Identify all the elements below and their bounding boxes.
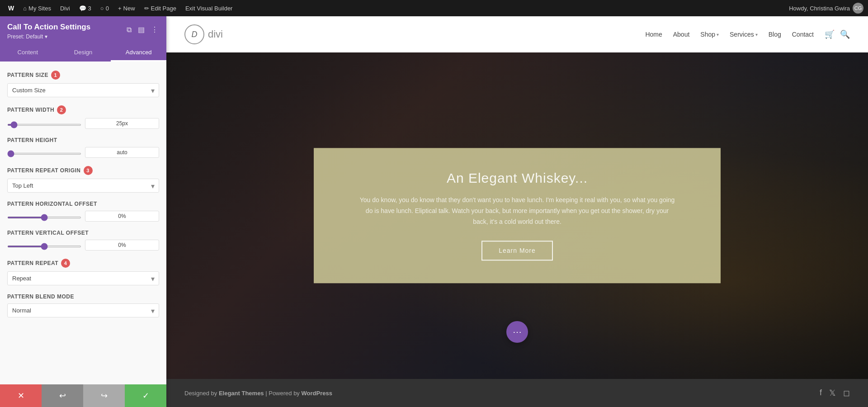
twitter-icon[interactable]: 𝕏 bbox=[829, 388, 836, 398]
instagram-icon[interactable]: ◻ bbox=[843, 388, 850, 398]
pattern-horizontal-offset-value[interactable] bbox=[85, 211, 159, 222]
nav-blog[interactable]: Blog bbox=[769, 31, 781, 38]
new-label: New bbox=[123, 5, 135, 12]
wp-admin-bar: W ⌂ My Sites Divi 💬 3 ○ 0 + New ✏ Edit P… bbox=[0, 0, 868, 16]
pattern-horizontal-offset-group: Pattern Horizontal Offset bbox=[7, 201, 159, 222]
cancel-button[interactable]: ✕ bbox=[0, 384, 42, 407]
pattern-height-group: Pattern Height bbox=[7, 137, 159, 158]
pattern-height-slider[interactable] bbox=[7, 153, 81, 155]
pattern-repeat-group: Pattern Repeat 4 Repeat No Repeat Repeat… bbox=[7, 259, 159, 285]
pattern-vertical-offset-group: Pattern Vertical Offset bbox=[7, 230, 159, 251]
new-item[interactable]: + New bbox=[114, 0, 139, 16]
edit-page-item[interactable]: ✏ Edit Page bbox=[141, 0, 180, 16]
elegant-themes-link[interactable]: Elegant Themes bbox=[219, 390, 264, 397]
pattern-repeat-origin-group: Pattern Repeat Origin 3 Top Left Top Cen… bbox=[7, 166, 159, 193]
badge-3: 3 bbox=[84, 166, 93, 175]
panel-title: Call To Action Settings bbox=[7, 23, 90, 32]
my-sites-label: My Sites bbox=[28, 5, 51, 12]
panel-preset: Preset: Default ▾ bbox=[7, 33, 90, 40]
pattern-width-slider-row bbox=[7, 118, 159, 129]
nav-about[interactable]: About bbox=[673, 31, 690, 38]
divi-item[interactable]: Divi bbox=[57, 0, 74, 16]
confirm-button[interactable]: ✓ bbox=[125, 384, 166, 407]
logo-text: divi bbox=[208, 28, 223, 40]
pattern-blend-mode-select-wrap: Normal Multiply Screen Overlay Darken Li… bbox=[7, 303, 159, 317]
pattern-repeat-origin-select-wrap: Top Left Top Center Top Right Center Lef… bbox=[7, 179, 159, 193]
tab-content[interactable]: Content bbox=[0, 44, 56, 62]
pencil-icon: ✏ bbox=[144, 5, 149, 12]
shop-chevron-icon: ▾ bbox=[717, 32, 719, 37]
pattern-horizontal-offset-label: Pattern Horizontal Offset bbox=[7, 201, 159, 207]
wp-icon: W bbox=[8, 5, 14, 12]
tab-design[interactable]: Design bbox=[56, 44, 111, 62]
site-footer: Designed by Elegant Themes | Powered by … bbox=[166, 379, 868, 407]
pattern-repeat-select[interactable]: Repeat No Repeat Repeat X Repeat Y Space… bbox=[7, 271, 159, 285]
pattern-horizontal-offset-slider-row bbox=[7, 211, 159, 222]
pattern-vertical-offset-value[interactable] bbox=[85, 240, 159, 251]
pattern-height-slider-row bbox=[7, 147, 159, 158]
pattern-repeat-origin-label: Pattern Repeat Origin 3 bbox=[7, 166, 159, 175]
pattern-blend-mode-select[interactable]: Normal Multiply Screen Overlay Darken Li… bbox=[7, 303, 159, 317]
nav-home[interactable]: Home bbox=[645, 31, 662, 38]
panel-actions: ✕ ↩ ↪ ✓ bbox=[0, 384, 166, 407]
search-icon[interactable]: 🔍 bbox=[840, 29, 850, 39]
divi-label: Divi bbox=[60, 5, 70, 12]
comment-icon: 💬 bbox=[79, 5, 86, 12]
howdy-label: Howdy, Christina Gwira bbox=[789, 5, 850, 12]
badge-2: 2 bbox=[57, 105, 66, 114]
pattern-size-select-wrap: Custom Size Small Medium Large bbox=[7, 83, 159, 97]
pattern-width-label: Pattern Width 2 bbox=[7, 105, 159, 114]
wordpress-link[interactable]: WordPress bbox=[301, 390, 332, 397]
site-logo: D divi bbox=[184, 24, 223, 44]
my-sites-item[interactable]: ⌂ My Sites bbox=[19, 0, 55, 16]
exit-builder-label: Exit Visual Builder bbox=[185, 5, 233, 12]
services-chevron-icon: ▾ bbox=[755, 32, 758, 37]
bubble-icon: ○ bbox=[100, 5, 104, 12]
pattern-blend-mode-group: Pattern Blend Mode Normal Multiply Scree… bbox=[7, 293, 159, 317]
panel-header: Call To Action Settings Preset: Default … bbox=[0, 16, 166, 44]
panel-tabs: Content Design Advanced bbox=[0, 44, 166, 62]
pattern-size-group: Pattern Size 1 Custom Size Small Medium … bbox=[7, 71, 159, 97]
pattern-vertical-offset-slider-row bbox=[7, 240, 159, 251]
pattern-repeat-label: Pattern Repeat 4 bbox=[7, 259, 159, 268]
panel-content: Pattern Size 1 Custom Size Small Medium … bbox=[0, 62, 166, 384]
tab-advanced[interactable]: Advanced bbox=[111, 44, 166, 62]
pattern-height-value[interactable] bbox=[85, 147, 159, 158]
cta-title: An Elegant Whiskey... bbox=[341, 170, 693, 186]
howdy-item: Howdy, Christina Gwira CG bbox=[789, 3, 863, 14]
pattern-vertical-offset-slider[interactable] bbox=[7, 246, 81, 247]
settings-panel: Call To Action Settings Preset: Default … bbox=[0, 16, 166, 407]
cart-icon[interactable]: 🛒 bbox=[825, 29, 835, 39]
cta-learn-more-button[interactable]: Learn More bbox=[481, 241, 553, 261]
bubble-item[interactable]: ○ 0 bbox=[97, 0, 113, 16]
panel-clone-button[interactable]: ⧉ bbox=[126, 24, 132, 35]
edit-page-label: Edit Page bbox=[151, 5, 176, 12]
pattern-repeat-origin-select[interactable]: Top Left Top Center Top Right Center Lef… bbox=[7, 179, 159, 193]
badge-1: 1 bbox=[51, 71, 60, 80]
cta-text: You do know, you do know that they don't… bbox=[359, 195, 675, 227]
facebook-icon[interactable]: f bbox=[820, 388, 822, 398]
undo-button[interactable]: ↩ bbox=[42, 384, 83, 407]
exit-builder-item[interactable]: Exit Visual Builder bbox=[182, 0, 236, 16]
cta-box: An Elegant Whiskey... You do know, you d… bbox=[314, 148, 721, 283]
pattern-horizontal-offset-slider[interactable] bbox=[7, 217, 81, 218]
pattern-width-slider[interactable] bbox=[7, 124, 81, 126]
nav-contact[interactable]: Contact bbox=[792, 31, 814, 38]
preview-area: D divi Home About Shop▾ Services▾ Blog C… bbox=[166, 16, 868, 407]
panel-more-button[interactable]: ⋮ bbox=[150, 24, 159, 35]
nav-icons: 🛒 🔍 bbox=[825, 29, 850, 39]
comments-item[interactable]: 💬 3 bbox=[75, 0, 95, 16]
redo-button[interactable]: ↪ bbox=[83, 384, 125, 407]
nav-shop[interactable]: Shop▾ bbox=[700, 31, 719, 38]
logo-circle: D bbox=[184, 24, 204, 44]
wp-logo-item[interactable]: W bbox=[5, 0, 18, 16]
avatar: CG bbox=[853, 3, 863, 14]
pattern-size-label: Pattern Size 1 bbox=[7, 71, 159, 80]
pattern-width-value[interactable] bbox=[85, 118, 159, 129]
panel-layout-button[interactable]: ▤ bbox=[137, 24, 146, 35]
pattern-size-select[interactable]: Custom Size Small Medium Large bbox=[7, 83, 159, 97]
nav-services[interactable]: Services▾ bbox=[730, 31, 758, 38]
fab-button[interactable]: ⋯ bbox=[506, 321, 528, 343]
footer-social: f 𝕏 ◻ bbox=[820, 388, 850, 398]
logo-letter: D bbox=[192, 30, 198, 39]
